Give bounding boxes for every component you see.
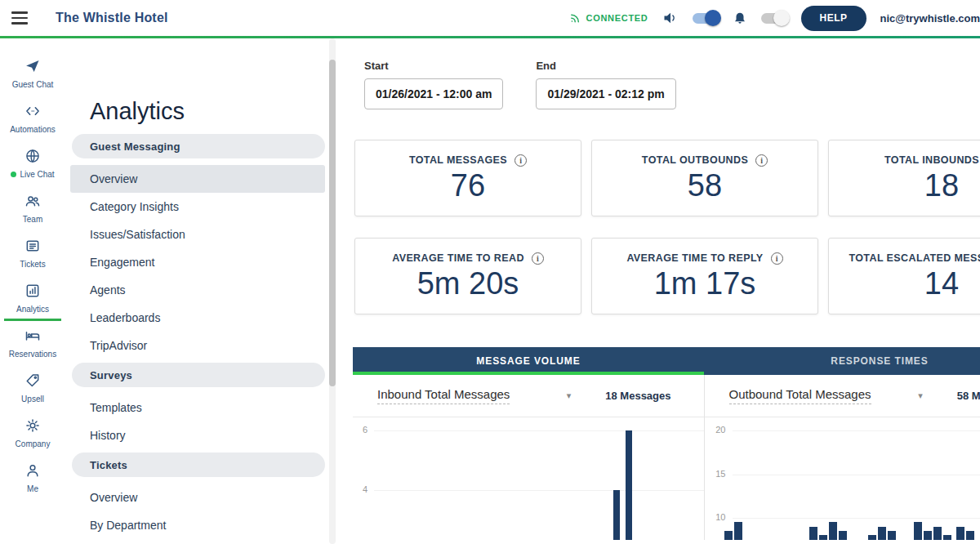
rail-item-upsell[interactable]: Upsell xyxy=(0,372,65,404)
rail-item-label: Automations xyxy=(10,125,56,134)
connection-status: CONNECTED xyxy=(569,12,648,24)
metric-title: TOTAL INBOUNDS xyxy=(884,154,979,166)
bed-icon xyxy=(24,328,41,347)
info-icon[interactable]: i xyxy=(771,252,783,265)
active-rail-indicator xyxy=(4,319,61,321)
rail-item-automations[interactable]: Automations xyxy=(0,103,65,134)
inbound-total-label: 18 Messages xyxy=(605,390,670,402)
info-icon[interactable]: i xyxy=(532,252,544,265)
bar xyxy=(878,527,886,540)
gridline xyxy=(374,430,704,431)
sidebar-scrollbar[interactable] xyxy=(329,38,336,544)
sidebar-item-category-insights[interactable]: Category Insights xyxy=(70,193,325,221)
sidebar-item-overview[interactable]: Overview xyxy=(70,165,325,193)
bar-chart-icon xyxy=(24,283,41,302)
rail-item-reservations[interactable]: Reservations xyxy=(0,328,65,359)
inbound-chart-header: Inbound Total Messages ▾ 18 Messages xyxy=(353,375,704,417)
sidebar-item-tripadvisor[interactable]: TripAdvisor xyxy=(70,332,325,359)
sidebar-item-engagement[interactable]: Engagement xyxy=(70,248,325,276)
code-arrows-icon xyxy=(24,103,41,123)
chevron-down-icon[interactable]: ▾ xyxy=(918,390,923,401)
rail-item-me[interactable]: Me xyxy=(0,462,65,493)
bar xyxy=(626,430,632,540)
sidebar-item-templates[interactable]: Templates xyxy=(70,394,325,421)
notifications-toggle[interactable] xyxy=(761,13,787,24)
tab-message-volume[interactable]: MESSAGE VOLUME xyxy=(353,347,704,375)
topbar: The Whistle Hotel CONNECTED HELP nic@try… xyxy=(0,0,980,36)
bar xyxy=(924,531,932,540)
bell-icon[interactable] xyxy=(733,11,747,26)
info-icon[interactable]: i xyxy=(755,154,768,167)
bar xyxy=(868,535,876,540)
rail-item-live-chat[interactable]: Live Chat xyxy=(0,148,65,179)
connection-label: CONNECTED xyxy=(586,13,648,23)
metrics-row-2: AVERAGE TIME TO READ i 5m 20s AVERAGE TI… xyxy=(354,238,980,314)
bar xyxy=(724,531,733,540)
main-content: Start 01/26/2021 - 12:00 am End 01/29/20… xyxy=(353,38,980,544)
help-button[interactable]: HELP xyxy=(801,6,866,31)
rail-item-analytics[interactable]: Analytics xyxy=(0,283,65,314)
send-icon xyxy=(24,58,41,78)
rail-item-tickets[interactable]: Tickets xyxy=(0,238,65,269)
speaker-icon[interactable] xyxy=(662,10,679,26)
rail-item-company[interactable]: Company xyxy=(0,417,65,448)
person-icon xyxy=(24,462,41,482)
metric-value: 18 xyxy=(924,170,959,203)
sidebar-item-history[interactable]: History xyxy=(70,421,325,449)
rail-item-team[interactable]: Team xyxy=(0,193,65,224)
toggle-knob xyxy=(705,10,721,26)
rail-item-label: Upsell xyxy=(21,395,44,404)
start-label: Start xyxy=(364,60,503,72)
start-date-input[interactable]: 01/26/2021 - 12:00 am xyxy=(364,78,503,109)
section-guest-messaging: Guest Messaging xyxy=(72,134,325,158)
metric-card-total-outbounds: TOTAL OUTBOUNDS i 58 xyxy=(591,140,818,216)
bar xyxy=(933,527,942,540)
sound-toggle[interactable] xyxy=(693,13,719,24)
outbound-metric-dropdown[interactable]: Outbound Total Messages xyxy=(729,387,871,404)
gridline xyxy=(733,475,980,475)
user-email[interactable]: nic@trywhistle.com xyxy=(880,12,980,25)
inbound-metric-dropdown[interactable]: Inbound Total Messages xyxy=(377,387,510,404)
bar xyxy=(914,522,922,540)
bar xyxy=(734,522,742,540)
outbound-chart-section: Outbound Total Messages ▾ 58 Messages 20… xyxy=(704,375,980,540)
rail-item-guest-chat[interactable]: Guest Chat xyxy=(0,58,65,89)
section-tickets: Tickets xyxy=(72,453,325,477)
y-axis-tick: 15 xyxy=(705,469,726,479)
metric-value: 1m 17s xyxy=(654,268,756,301)
sidebar-item-tickets-overview[interactable]: Overview xyxy=(70,484,325,511)
analytics-sidebar: Analytics Guest Messaging Overview Categ… xyxy=(65,38,330,544)
rail-item-label: Analytics xyxy=(16,305,49,314)
inbound-bar-chart: 64 xyxy=(353,417,704,540)
menu-icon[interactable] xyxy=(11,11,28,25)
metric-value: 58 xyxy=(688,170,722,203)
sidebar-item-by-department[interactable]: By Department xyxy=(70,511,325,539)
charts-panel: Inbound Total Messages ▾ 18 Messages 64 … xyxy=(353,375,980,540)
outbound-chart-header: Outbound Total Messages ▾ 58 Messages xyxy=(705,375,980,417)
sidebar-item-leaderboards[interactable]: Leaderboards xyxy=(70,304,325,332)
gridline xyxy=(374,490,704,491)
topbar-actions: CONNECTED HELP nic@trywhistle.com xyxy=(569,6,980,31)
bar xyxy=(956,527,964,540)
info-icon[interactable]: i xyxy=(514,154,527,167)
gridline xyxy=(733,518,980,519)
bar xyxy=(888,531,896,540)
tag-icon xyxy=(24,372,41,392)
sidebar-item-agents[interactable]: Agents xyxy=(70,276,325,304)
chevron-down-icon[interactable]: ▾ xyxy=(567,390,572,401)
tab-response-times[interactable]: RESPONSE TIMES xyxy=(704,347,980,375)
sidebar-item-issues-satisfaction[interactable]: Issues/Satisfaction xyxy=(70,221,325,248)
metric-value: 5m 20s xyxy=(417,268,519,301)
metric-title: TOTAL ESCALATED MESSAGES xyxy=(849,252,980,264)
end-date-input[interactable]: 01/29/2021 - 02:12 pm xyxy=(536,78,675,109)
bar xyxy=(613,490,620,540)
rail-item-label: Reservations xyxy=(9,350,56,359)
end-label: End xyxy=(536,60,675,72)
metric-card-total-escalated: TOTAL ESCALATED MESSAGES i 14 xyxy=(828,238,980,314)
metrics-row-1: TOTAL MESSAGES i 76 TOTAL OUTBOUNDS i 58… xyxy=(354,140,980,216)
tickets-list: Overview By Department xyxy=(65,484,330,539)
signal-icon xyxy=(569,12,581,24)
section-surveys: Surveys xyxy=(72,363,325,387)
scrollbar-thumb[interactable] xyxy=(329,60,336,386)
guest-messaging-list: Overview Category Insights Issues/Satisf… xyxy=(65,165,330,359)
